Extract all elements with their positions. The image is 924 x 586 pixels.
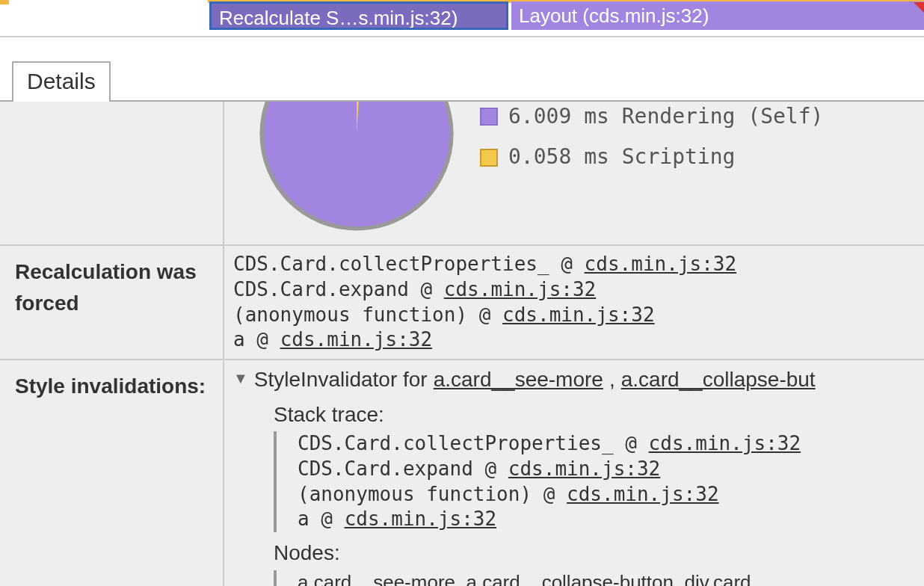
source-link[interactable]: cds.min.js:32 (567, 483, 719, 505)
stack-fn: CDS.Card.expand (233, 278, 409, 300)
warning-triangle-icon (914, 2, 924, 13)
aggregated-time-label (0, 102, 224, 244)
source-link[interactable]: cds.min.js:32 (585, 253, 737, 275)
stack-fn: a (233, 328, 245, 351)
style-invalidations-value: ▼ StyleInvalidator for a.card__see-more,… (224, 360, 924, 586)
disclosure-triangle-icon[interactable]: ▼ (233, 368, 248, 388)
stack-at: @ (321, 508, 333, 530)
legend-item-rendering: 6.009 ms Rendering (Self) (480, 103, 823, 130)
style-invalidations-row: Style invalidations: ▼ StyleInvalidator … (0, 360, 924, 586)
stack-frame: CDS.Card.expand @ cds.min.js:32 (298, 457, 909, 482)
details-panel: 6.009 ms Rendering (Self) 0.058 ms Scrip… (0, 102, 924, 586)
stack-frame: CDS.Card.collectProperties_ @ cds.min.js… (298, 431, 909, 457)
source-link[interactable]: cds.min.js:32 (502, 303, 655, 326)
recalculation-forced-label: Recalculation was forced (0, 246, 224, 359)
details-tab-strip: Details (0, 60, 924, 102)
nodes-heading: Nodes: (274, 540, 909, 567)
source-link[interactable]: cds.min.js:32 (444, 278, 597, 300)
selector-link[interactable]: a.card__collapse-but (621, 366, 816, 393)
tab-details[interactable]: Details (12, 61, 111, 102)
stack-at: @ (561, 253, 573, 275)
stack-fn: (anonymous function) (233, 303, 467, 326)
legend-swatch-scripting (480, 149, 498, 167)
recalculation-forced-stack: CDS.Card.collectProperties_ @ cds.min.js… (224, 246, 924, 359)
stack-fn: CDS.Card.collectProperties_ (298, 432, 614, 454)
source-link[interactable]: cds.min.js:32 (345, 508, 497, 530)
stack-fn: (anonymous function) (298, 483, 532, 505)
style-invalidations-label: Style invalidations: (0, 360, 224, 586)
stack-at: @ (543, 483, 555, 505)
stack-at: @ (256, 328, 268, 351)
stack-at: @ (625, 432, 637, 454)
stack-frame: a @ cds.min.js:32 (233, 327, 909, 353)
flamechart-bar-recalculate-style[interactable]: Recalculate S…s.min.js:32) (209, 1, 508, 30)
selector-link[interactable]: a.card__see-more (434, 366, 603, 393)
stack-fn: a (298, 508, 309, 530)
pie-legend: 6.009 ms Rendering (Self) 0.058 ms Scrip… (480, 103, 823, 171)
style-invalidator-header[interactable]: ▼ StyleInvalidator for a.card__see-more,… (233, 366, 909, 393)
legend-swatch-rendering (480, 108, 498, 126)
stack-trace-heading: Stack trace: (274, 401, 909, 428)
node-link[interactable]: a.card__collapse-button (466, 571, 674, 586)
flamechart-row: Recalculate S…s.min.js:32) Layout (cds.m… (0, 0, 924, 37)
style-invalidator-prefix: StyleInvalidator for (254, 366, 428, 393)
separator: , (609, 366, 615, 393)
tab-label: Details (27, 69, 96, 93)
legend-text: 6.009 ms Rendering (Self) (508, 103, 823, 130)
aggregated-time-row: 6.009 ms Rendering (Self) 0.058 ms Scrip… (0, 102, 924, 246)
stack-fn: CDS.Card.expand (298, 457, 473, 480)
style-inv-nodes: a.card__see-more, a.card__collapse-butto… (274, 570, 909, 586)
stack-at: @ (479, 303, 491, 326)
stack-fn: CDS.Card.collectProperties_ (233, 253, 549, 275)
node-link[interactable]: div.card_ (684, 571, 762, 586)
flamechart-bar-label: Layout (cds.min.js:32) (519, 4, 709, 27)
source-link[interactable]: cds.min.js:32 (280, 328, 433, 351)
legend-text: 0.058 ms Scripting (508, 144, 735, 170)
time-breakdown-pie (256, 102, 458, 235)
stack-frame: a @ cds.min.js:32 (298, 507, 909, 532)
flamechart-bar-label: Recalculate S…s.min.js:32) (219, 7, 458, 29)
stack-frame: CDS.Card.collectProperties_ @ cds.min.js… (233, 252, 909, 277)
flamechart-bar-layout[interactable]: Layout (cds.min.js:32) (511, 1, 924, 30)
source-link[interactable]: cds.min.js:32 (649, 432, 801, 454)
node-link[interactable]: a.card__see-more (298, 571, 455, 586)
stack-at: @ (420, 278, 432, 300)
scripting-sliver (0, 0, 9, 4)
style-inv-stack: CDS.Card.collectProperties_ @ cds.min.js… (274, 431, 909, 532)
stack-frame: (anonymous function) @ cds.min.js:32 (298, 482, 909, 508)
stack-at: @ (484, 457, 496, 480)
stack-frame: (anonymous function) @ cds.min.js:32 (233, 303, 909, 328)
stack-frame: CDS.Card.expand @ cds.min.js:32 (233, 277, 909, 303)
legend-item-scripting: 0.058 ms Scripting (480, 144, 823, 170)
source-link[interactable]: cds.min.js:32 (508, 457, 661, 480)
recalculation-forced-row: Recalculation was forced CDS.Card.collec… (0, 246, 924, 360)
